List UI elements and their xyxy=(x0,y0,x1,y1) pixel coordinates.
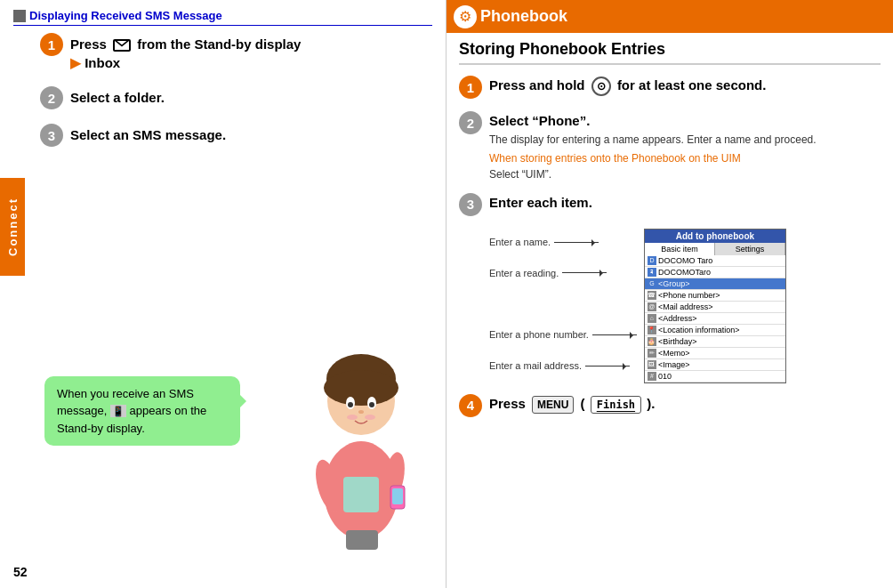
email-icon xyxy=(113,39,131,52)
right-step-1: 1 Press and hold ⊙ for at least one seco… xyxy=(459,76,881,99)
pb-title: Add to phonebook xyxy=(645,230,785,243)
right-step-4-text: Press MENU ( Finish ). xyxy=(489,394,881,415)
step-num-1: 1 xyxy=(40,33,63,56)
pb-label-name: Enter a name. xyxy=(489,237,637,247)
menu-key: MENU xyxy=(532,396,574,415)
step4-press-label: Press xyxy=(489,396,526,411)
open-paren: ( xyxy=(581,396,585,411)
pb-labels: Enter a name. Enter a reading. Enter a p… xyxy=(489,229,637,383)
pb-icon-1: ﾖ xyxy=(648,268,656,277)
close-paren: ). xyxy=(647,396,655,411)
svg-point-8 xyxy=(358,410,364,414)
pb-label-name-text: Enter a name. xyxy=(489,237,551,247)
pb-label-phone: Enter a phone number. xyxy=(489,329,637,340)
pb-icon-8: ✏ xyxy=(648,349,656,358)
character-svg xyxy=(294,312,428,552)
pb-icon-5: ⌂ xyxy=(648,314,656,323)
pb-row-2: G <Group> xyxy=(645,278,785,290)
pb-icon-9: 🖼 xyxy=(648,360,656,369)
svg-point-7 xyxy=(369,402,374,407)
right-step-4: 4 Press MENU ( Finish ). xyxy=(459,394,881,417)
pb-label-mail: Enter a mail address. xyxy=(489,360,637,371)
pb-row-4: @ <Mail address> xyxy=(645,302,785,313)
pb-row-9-text: <Image> xyxy=(658,360,690,369)
pb-arrow-3 xyxy=(592,334,637,335)
pb-icon-4: @ xyxy=(648,302,656,311)
pb-row-8: ✏ <Memo> xyxy=(645,348,785,359)
step-3-text: Select an SMS message. xyxy=(70,125,432,144)
pb-label-reading-text: Enter a reading. xyxy=(489,268,559,278)
right-step-2: 2 Select “Phone”. The display for enteri… xyxy=(459,111,881,181)
right-step-3-main: Enter each item. xyxy=(489,193,881,212)
step-1-arrow: ▶ xyxy=(70,55,81,70)
pb-row-4-text: <Mail address> xyxy=(658,302,713,311)
for-at-least-text: for at least one second. xyxy=(617,77,767,93)
pb-arrow-4 xyxy=(585,366,630,366)
sms-icon-inline: 📱 xyxy=(110,405,126,417)
pb-row-3-text: <Phone number> xyxy=(658,291,720,300)
pb-row-1-text: DOCOMOTaro xyxy=(658,268,711,277)
right-step-num-2: 2 xyxy=(459,111,482,134)
pb-row-10-text: 010 xyxy=(658,372,672,381)
phonebook-diagram: Enter a name. Enter a reading. Enter a p… xyxy=(489,229,881,383)
pb-row-2-text: <Group> xyxy=(658,279,690,288)
pb-tab-basic: Basic item xyxy=(645,243,715,255)
character-illustration xyxy=(294,312,437,561)
step-num-3: 3 xyxy=(40,124,63,147)
uim-note: When storing entries onto the Phonebook … xyxy=(489,151,881,166)
svg-point-6 xyxy=(348,402,353,407)
finish-key: Finish xyxy=(591,396,641,415)
svg-point-9 xyxy=(347,415,358,420)
right-step-1-content: Press and hold ⊙ for at least one second… xyxy=(489,76,881,99)
step-1-press: Press xyxy=(70,36,107,52)
left-section-title: Displaying Received SMS Message xyxy=(13,9,432,26)
right-step-4-content: Press MENU ( Finish ). xyxy=(489,394,881,417)
pb-label-mail-text: Enter a mail address. xyxy=(489,360,582,371)
right-step-num-3: 3 xyxy=(459,193,482,216)
left-panel: Connect Displaying Received SMS Message … xyxy=(0,0,446,588)
right-step-1-text: Press and hold ⊙ for at least one second… xyxy=(489,76,881,96)
pb-spacer xyxy=(489,299,637,313)
pb-label-phone-text: Enter a phone number. xyxy=(489,329,589,340)
connect-label: Connect xyxy=(6,197,20,256)
gear-icon: ⚙ xyxy=(459,8,471,25)
pb-row-9: 🖼 <Image> xyxy=(645,359,785,371)
right-step-num-4: 4 xyxy=(459,394,482,417)
left-step-3: 3 Select an SMS message. xyxy=(13,125,432,147)
step-1-from: from the Stand-by display xyxy=(137,36,301,52)
phonebook-icon: ⚙ xyxy=(454,5,477,28)
pb-arrow-2 xyxy=(562,272,607,273)
left-step-1: 1 Press from the Stand-by display ▶ Inbo… xyxy=(13,35,432,72)
right-step-2-sub: The display for entering a name appears.… xyxy=(489,133,881,148)
left-step-2: 2 Select a folder. xyxy=(13,88,432,109)
pb-icon-3: ☎ xyxy=(648,291,656,300)
step-1-inbox: Inbox xyxy=(84,55,120,70)
svg-rect-15 xyxy=(392,488,403,504)
uim-select: Select “UIM”. xyxy=(489,168,881,181)
right-header-title: Phonebook xyxy=(480,7,567,26)
step-2-content: Select a folder. xyxy=(70,88,432,107)
svg-rect-17 xyxy=(358,530,378,550)
right-step-3-content: Enter each item. xyxy=(489,193,881,214)
pb-row-7-text: <Birthday> xyxy=(658,337,697,346)
right-header: ⚙ Phonebook xyxy=(446,0,893,33)
right-panel: ⚙ Phonebook Storing Phonebook Entries 1 … xyxy=(446,0,893,588)
pb-tab-settings: Settings xyxy=(715,243,785,255)
step-3-content: Select an SMS message. xyxy=(70,125,432,144)
pb-arrow-1 xyxy=(554,242,599,243)
pb-icon-7: 🎂 xyxy=(648,337,656,346)
pb-row-3: ☎ <Phone number> xyxy=(645,290,785,302)
pb-row-1: ﾖ DOCOMOTaro xyxy=(645,267,785,278)
pb-icon-6: 📍 xyxy=(648,326,656,334)
pb-row-7: 🎂 <Birthday> xyxy=(645,336,785,348)
press-hold-text: Press and hold xyxy=(489,77,585,93)
pb-screenshot: Add to phonebook Basic item Settings D D… xyxy=(644,229,786,383)
step-2-text: Select a folder. xyxy=(70,88,432,107)
svg-rect-11 xyxy=(343,477,379,512)
pb-icon-0: D xyxy=(648,256,656,265)
right-content: Storing Phonebook Entries 1 Press and ho… xyxy=(446,33,893,437)
pb-row-5-text: <Address> xyxy=(658,314,697,323)
pb-row-5: ⌂ <Address> xyxy=(645,313,785,325)
pb-row-10: # 010 xyxy=(645,371,785,383)
pb-label-reading: Enter a reading. xyxy=(489,268,637,278)
